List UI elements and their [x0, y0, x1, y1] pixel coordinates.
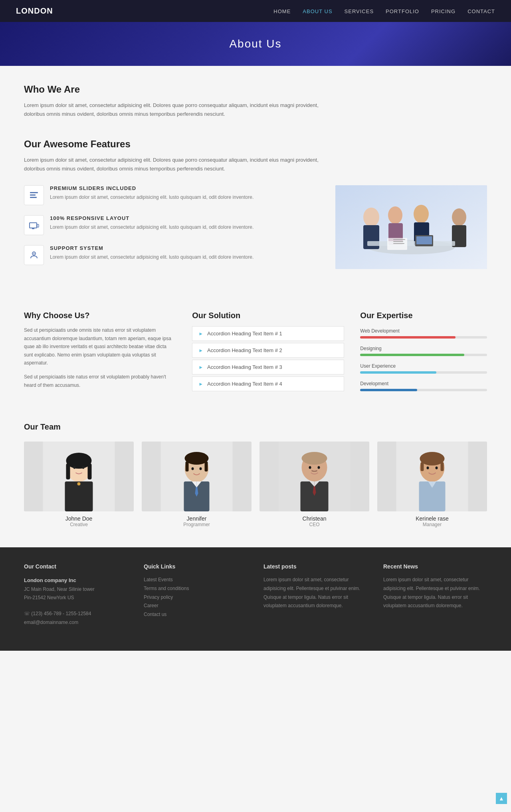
accordion-item-1[interactable]: ► Accordion Heading Text Item # 1 [192, 326, 344, 341]
team-photo-1 [24, 442, 134, 511]
our-solution-heading: Our Solution [192, 311, 344, 320]
why-choose-text2: Sed ut perspiciaatis iste natus error si… [24, 373, 176, 389]
footer-quicklinks-col: Quick Links Latest Events Terms and cond… [144, 563, 248, 627]
team-name-2: Jennifer [142, 515, 252, 522]
team-member-1: Johne Doe Creative [24, 442, 134, 527]
nav-links: HOME ABOUT US SERVICES PORTFOLIO PRICING… [273, 8, 495, 15]
svg-point-59 [427, 467, 429, 469]
footer-link-events[interactable]: Latest Events [144, 576, 248, 584]
team-photo-2 [142, 442, 252, 511]
team-photo-svg-2 [142, 442, 252, 511]
skill-web-dev-bar [360, 336, 455, 339]
footer-link-privacy[interactable]: Privacy policy [144, 593, 248, 602]
svg-rect-24 [416, 236, 432, 244]
accordion-arrow-3: ► [198, 364, 203, 370]
features-image [335, 185, 487, 269]
features-heading: Our Awesome Features [24, 139, 487, 150]
nav-home[interactable]: HOME [273, 8, 291, 14]
features-left: PREMIUM SLIDERS INCLUDED Lorem ipsum dol… [24, 185, 319, 275]
nav-pricing[interactable]: PRICING [431, 8, 456, 14]
svg-rect-29 [88, 463, 92, 479]
team-role-2: Programmer [142, 522, 252, 527]
our-expertise-col: Our Expertise Web Development Designing … [360, 311, 487, 398]
business-meeting-image [335, 185, 487, 269]
footer-address1: JC Main Road, Near Silinie tower [24, 585, 128, 594]
skill-web-dev-label: Web Development [360, 328, 487, 334]
team-role-3: CEO [259, 522, 369, 527]
feature-item-1: PREMIUM SLIDERS INCLUDED Lorem ipsum dol… [24, 185, 319, 205]
svg-point-12 [388, 206, 402, 224]
svg-rect-4 [37, 224, 39, 227]
nav-portfolio[interactable]: PORTFOLIO [386, 8, 419, 14]
footer-company-name: London company Inc [24, 576, 128, 585]
team-name-3: Christean [259, 515, 369, 522]
skill-ux-bar [360, 371, 436, 374]
feature-desc-1: Lorem ipsum dolor sit amet, consectetur … [50, 193, 254, 201]
our-expertise-heading: Our Expertise [360, 311, 487, 320]
team-role-1: Creative [24, 522, 134, 527]
footer-link-contact[interactable]: Contact us [144, 610, 248, 619]
navbar: LONDON HOME ABOUT US SERVICES PORTFOLIO … [0, 0, 511, 22]
accordion-item-4[interactable]: ► Accordion Heading Text Item # 4 [192, 376, 344, 391]
support-system-icon [24, 245, 44, 265]
footer-email: email@domainname.com [24, 618, 128, 627]
premium-slider-icon [24, 185, 44, 205]
skill-development-bar-bg [360, 389, 487, 391]
accordion-label-3: Accordion Heading Text Item # 3 [207, 364, 282, 370]
footer-link-career[interactable]: Career [144, 602, 248, 610]
feature-text-2: 100% RESPONSIVE LAYOUT Lorem ipsum dolor… [50, 215, 254, 231]
why-choose-heading: Why Choose Us? [24, 311, 176, 320]
three-col-section: Why Choose Us? Sed ut perspiciaatis unde… [0, 291, 511, 418]
who-we-are-heading: Who We Are [24, 84, 487, 95]
skill-designing-bar-bg [360, 354, 487, 356]
accordion-item-2[interactable]: ► Accordion Heading Text Item # 2 [192, 343, 344, 358]
svg-point-30 [73, 466, 76, 469]
nav-contact[interactable]: CONTACT [467, 8, 495, 14]
svg-rect-38 [205, 461, 208, 471]
feature-desc-2: Lorem ipsum dolor sit amet, consectetur … [50, 223, 254, 231]
nav-services[interactable]: SERVICES [345, 8, 374, 14]
svg-rect-28 [66, 463, 70, 479]
svg-point-48 [309, 466, 311, 469]
features-section: Our Awesome Features Lorem ipsum dolor s… [0, 131, 511, 291]
svg-rect-37 [186, 461, 189, 471]
svg-point-10 [363, 208, 379, 227]
feature-text-1: PREMIUM SLIDERS INCLUDED Lorem ipsum dol… [50, 185, 254, 201]
footer-contact-heading: Our Contact [24, 563, 128, 570]
svg-rect-2 [30, 197, 37, 198]
svg-rect-57 [421, 462, 424, 471]
feature-desc-3: Lorem ipsum dolor sit amet, consectetur … [50, 253, 254, 261]
svg-rect-32 [65, 481, 93, 511]
skill-development: Development [360, 381, 487, 391]
footer-link-terms[interactable]: Terms and conditions [144, 584, 248, 593]
skill-ux: User Experience [360, 363, 487, 374]
nav-about[interactable]: ABOUT US [303, 8, 332, 14]
why-choose-text1: Sed ut perspiciaatis unde omnis iste nat… [24, 326, 176, 367]
feature-title-2: 100% RESPONSIVE LAYOUT [50, 215, 254, 221]
accordion-item-3[interactable]: ► Accordion Heading Text Item # 3 [192, 360, 344, 374]
team-photo-svg-1 [24, 442, 134, 511]
team-member-2: Jennifer Programmer [142, 442, 252, 527]
site-logo[interactable]: LONDON [16, 6, 53, 16]
svg-rect-1 [30, 194, 36, 196]
skill-web-dev: Web Development [360, 328, 487, 339]
svg-rect-21 [393, 241, 403, 242]
skill-designing-bar [360, 354, 464, 356]
svg-point-33 [77, 482, 81, 485]
team-name-1: Johne Doe [24, 515, 134, 522]
why-choose-col: Why Choose Us? Sed ut perspiciaatis unde… [24, 311, 176, 398]
team-photo-3 [259, 442, 369, 511]
feature-text-3: SUPPORT SYSTEM Lorem ipsum dolor sit ame… [50, 245, 254, 261]
svg-point-49 [318, 466, 320, 469]
footer-posts-text: Lorem ipsum dolor sit amet, consectetur … [263, 576, 367, 610]
team-section: Our Team [0, 418, 511, 547]
meeting-svg [335, 185, 487, 269]
skill-development-bar [360, 389, 417, 391]
footer-news-heading: Recent News [383, 563, 487, 570]
team-member-3: Christean CEO [259, 442, 369, 527]
svg-point-7 [34, 253, 35, 254]
accordion-arrow-2: ► [198, 348, 203, 353]
accordion-arrow-4: ► [198, 381, 203, 387]
skill-ux-label: User Experience [360, 363, 487, 369]
feature-title-3: SUPPORT SYSTEM [50, 245, 254, 251]
